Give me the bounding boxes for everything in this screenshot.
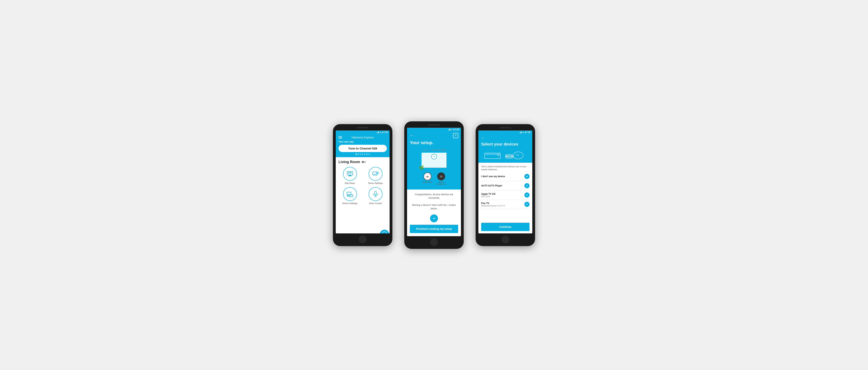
remote-fab-button[interactable]: [379, 229, 390, 233]
voice-control-item[interactable]: Voice Control: [364, 187, 387, 204]
check-icon-2: ✓: [526, 193, 528, 197]
check-btn-2[interactable]: ✓: [524, 193, 529, 198]
device-visualization: Sony TV - XBR-49X700D ✏ 🌿 ▬: [410, 147, 458, 187]
phone-3-header: ← Select your devices: [478, 134, 532, 163]
network-icon-3: ▲: [522, 131, 524, 133]
tv-device-label: Sony TV - XBR-49X700D: [423, 149, 445, 151]
svg-rect-5: [350, 172, 352, 173]
device-name-2: Apple TV 2/3: [481, 193, 495, 195]
room-settings-item[interactable]: Room Settings: [364, 167, 387, 184]
dot-2: [358, 154, 359, 155]
device-settings-label: Device Settings: [342, 202, 357, 204]
dot-5: [364, 154, 366, 155]
network-icon: ▲: [380, 131, 381, 133]
device-info-3: Fire TV Balasubramanian's Fire TV: [481, 202, 505, 207]
phone-1: ▲ ▮ 7:29 Harmony Express You can say: Tu…: [333, 124, 392, 246]
app-title-1: Harmony Express: [351, 136, 374, 139]
plus-icon-0: +: [526, 175, 528, 178]
time-display-3: 7:29: [526, 131, 530, 133]
status-icons-2: ▲ ▮ 7:29: [448, 129, 459, 131]
check-icon-1: ✓: [526, 184, 528, 187]
dot-7: [369, 154, 370, 155]
chrome-circle: ◎: [437, 172, 445, 180]
continue-button[interactable]: Continue: [481, 223, 529, 231]
phone-1-screen: ▲ ▮ 7:29 Harmony Express You can say: Tu…: [336, 131, 390, 233]
battery-icon-3: ▮: [525, 131, 526, 133]
carousel-dots: [339, 154, 387, 155]
svg-point-27: [516, 154, 518, 155]
device-settings-icon-circle: [343, 187, 357, 201]
phone-3-status-bar: ▲ ▮ 7:29: [478, 131, 532, 134]
voice-control-icon-circle: [369, 187, 382, 201]
edit-setup-label: Edit Setup: [345, 182, 355, 184]
phone-2-header: ← ? Your setup. Sony TV - XBR-49X700D ✏: [407, 131, 461, 190]
p2-help-button[interactable]: ?: [453, 133, 458, 138]
devices-svg: [484, 149, 527, 160]
hdmi-ports: ▬ HDMI 1/MHL ◎ HDMI 2 Google Chr: [422, 172, 446, 185]
dot-4: [362, 154, 363, 155]
hdmi-symbol-icon: ▬: [426, 175, 429, 177]
device-list: I don't see my device + AirTV AirTV Play…: [481, 174, 529, 220]
setup-title: Your setup.: [410, 140, 458, 145]
device-row-1[interactable]: AirTV AirTV Player ✓: [481, 181, 529, 191]
room-settings-icon: [372, 170, 379, 177]
device-info-0: I don't see my device: [481, 175, 505, 178]
select-devices-subtitle: Tell us which entertainment devices are …: [481, 165, 529, 171]
voice-control-label: Voice Control: [369, 202, 382, 204]
battery-icon-2: ▮: [454, 129, 455, 131]
device-sub-3: Balasubramanian's Fire TV: [481, 205, 505, 207]
svg-rect-16: [375, 191, 376, 194]
dot-1: [355, 154, 357, 155]
device-settings-item[interactable]: Device Settings: [339, 187, 361, 204]
room-name: Living Room: [339, 160, 360, 164]
time-display-2: 7:29: [455, 129, 459, 131]
add-device-btn-0[interactable]: +: [524, 174, 529, 179]
svg-rect-1: [349, 175, 351, 176]
select-devices-title: Select your devices: [481, 142, 529, 146]
room-settings-label: Room Settings: [368, 182, 382, 184]
tv-illustration: ✏ 🌿: [418, 152, 450, 170]
device-row-3[interactable]: Fire TV Balasubramanian's Fire TV ✓: [481, 200, 529, 209]
device-row-2[interactable]: Apple TV 2/3 Syls Desk ✓: [481, 191, 529, 200]
svg-rect-12: [348, 193, 350, 194]
phone-3: ▲ ▮ 7:29 ← Select your devices: [476, 124, 535, 246]
edit-setup-item[interactable]: Edit Setup: [339, 167, 361, 184]
phones-container: ▲ ▮ 7:29 Harmony Express You can say: Tu…: [333, 121, 535, 249]
check-btn-3[interactable]: ✓: [524, 202, 529, 207]
time-display-1: 7:29: [384, 131, 388, 133]
battery-icon: ▮: [382, 131, 383, 133]
tv-edit-button[interactable]: ✏: [431, 154, 437, 159]
action-grid: Edit Setup Ro: [339, 167, 387, 204]
device-settings-icon: [346, 191, 353, 198]
edit-setup-icon-circle: [343, 167, 357, 181]
status-icons-1: ▲ ▮ 7:29: [377, 131, 388, 133]
monitor-icon: [346, 170, 353, 177]
menu-icon[interactable]: [339, 136, 342, 139]
device-info-1: AirTV AirTV Player: [481, 184, 502, 187]
hdmi2-port[interactable]: ◎ HDMI 2 Google Chr: [437, 172, 446, 185]
p2-back-button[interactable]: ←: [410, 133, 413, 138]
status-icons-3: ▲ ▮ 7:29: [520, 131, 530, 133]
phone-2-body: Congratulations, all your devices are co…: [407, 190, 461, 236]
phone-2: ▲ ▮ 7:29 ← ? Your setup. Sony TV - XBR-4…: [404, 121, 464, 249]
phone-3-screen: ▲ ▮ 7:29 ← Select your devices: [478, 131, 532, 233]
finish-setup-button[interactable]: Finished creating my setup: [410, 225, 458, 233]
check-btn-1[interactable]: ✓: [524, 183, 529, 188]
device-row-0[interactable]: I don't see my device +: [481, 174, 529, 181]
add-device-button[interactable]: +: [430, 214, 438, 222]
device-name-3: Fire TV: [481, 202, 505, 205]
svg-rect-6: [350, 173, 351, 173]
svg-rect-13: [347, 195, 349, 196]
hdmi1-port[interactable]: ▬ HDMI 1/MHL: [422, 172, 433, 185]
plant-decoration: 🌿: [419, 165, 424, 170]
tv-box: ✏: [421, 152, 447, 168]
hdmi1-circle: ▬: [424, 172, 431, 180]
dot-3: [360, 154, 361, 155]
battery-fill: [362, 162, 364, 163]
room-row: Living Room: [339, 160, 387, 164]
device-info-2: Apple TV 2/3 Syls Desk: [481, 193, 495, 198]
chrome-icon: ◎: [440, 175, 442, 178]
p3-back-button[interactable]: ←: [481, 136, 485, 140]
wifi-icon-2: [448, 129, 451, 131]
microphone-icon: [372, 191, 379, 198]
